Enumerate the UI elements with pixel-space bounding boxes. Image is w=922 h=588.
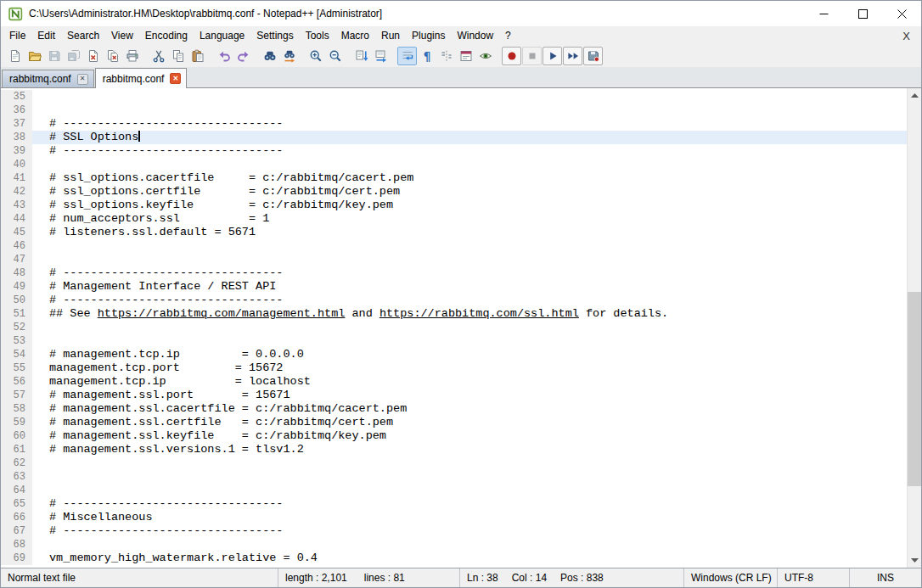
url-link[interactable]: https://rabbitmq.com/management.html: [98, 307, 346, 320]
editor-line[interactable]: 65# --------------------------------: [1, 497, 907, 511]
close-all-button[interactable]: [103, 47, 122, 65]
menu-item-window[interactable]: Window: [451, 27, 499, 44]
status-section-position[interactable]: Ln : 38 Col : 14 Pos : 838: [460, 568, 684, 587]
editor-line[interactable]: 60# management.ssl.keyfile = c:/rabbitmq…: [1, 429, 907, 443]
save-icon: [48, 49, 61, 63]
editor-line[interactable]: 55management.tcp.port = 15672: [1, 361, 907, 375]
editor-line[interactable]: 64: [1, 484, 907, 497]
minimize-button[interactable]: [804, 1, 843, 26]
line-text: # --------------------------------: [32, 144, 907, 158]
cut-button[interactable]: [149, 47, 168, 65]
menu-item-tools[interactable]: Tools: [300, 27, 335, 44]
status-doc-type: Normal text file: [8, 572, 76, 584]
scroll-up-button[interactable]: [908, 88, 921, 103]
sync-horizontal-button[interactable]: [371, 47, 391, 65]
close-file-button[interactable]: [83, 47, 103, 65]
editor-line[interactable]: 49# Management Interface / REST API: [1, 280, 907, 294]
editor-line[interactable]: 44# num_acceptors.ssl = 1: [1, 212, 907, 226]
print-button[interactable]: [122, 47, 142, 65]
close-button[interactable]: [882, 1, 921, 26]
status-section-encoding[interactable]: UTF-8: [778, 568, 850, 587]
menu-item-macro[interactable]: Macro: [335, 27, 375, 44]
editor-line[interactable]: 63: [1, 470, 907, 484]
editor-line[interactable]: 58# management.ssl.cacertfile = c:/rabbi…: [1, 402, 907, 416]
macro-save-button[interactable]: [583, 47, 603, 65]
editor-line[interactable]: 39# --------------------------------: [1, 144, 907, 158]
editor-line[interactable]: 48# --------------------------------: [1, 266, 907, 280]
url-link[interactable]: https://rabbitmq.com/ssl.html: [379, 307, 579, 320]
editor[interactable]: 353637# --------------------------------…: [1, 88, 921, 568]
notepad-plus-plus-icon: [8, 7, 23, 21]
monitoring-button[interactable]: [475, 47, 495, 65]
menu-item-edit[interactable]: Edit: [31, 27, 61, 44]
menu-item-help[interactable]: ?: [499, 27, 517, 44]
tab-2-rabbitmq-conf[interactable]: rabbitmq.conf✕: [95, 68, 188, 88]
editor-line[interactable]: 57# management.ssl.port = 15671: [1, 389, 907, 402]
editor-line[interactable]: 67# --------------------------------: [1, 524, 907, 538]
editor-line[interactable]: 45# listeners.ssl.default = 5671: [1, 226, 907, 239]
scrollbar-thumb[interactable]: [908, 292, 921, 486]
editor-content[interactable]: 353637# --------------------------------…: [1, 88, 907, 568]
replace-button[interactable]: [279, 47, 299, 65]
editor-line[interactable]: 51## See https://rabbitmq.com/management…: [1, 307, 907, 321]
editor-line[interactable]: 35: [1, 90, 907, 104]
maximize-button[interactable]: [843, 1, 882, 26]
menu-item-plugins[interactable]: Plugins: [406, 27, 451, 44]
show-all-characters-button[interactable]: ¶: [417, 47, 436, 65]
menu-item-file[interactable]: File: [3, 27, 31, 44]
sync-vertical-icon: [355, 49, 368, 63]
zoom-in-button[interactable]: [306, 47, 325, 65]
editor-line[interactable]: 43# ssl_options.keyfile = c:/rabbitmq/ke…: [1, 199, 907, 212]
editor-line[interactable]: 68: [1, 538, 907, 552]
line-number: 64: [1, 484, 32, 497]
editor-line[interactable]: 41# ssl_options.cacertfile = c:/rabbitmq…: [1, 171, 907, 185]
new-file-button[interactable]: [5, 47, 25, 65]
undo-button[interactable]: [214, 47, 233, 65]
copy-button[interactable]: [168, 47, 188, 65]
editor-line[interactable]: 37# --------------------------------: [1, 117, 907, 131]
menu-item-view[interactable]: View: [105, 27, 139, 44]
tab-close-icon[interactable]: ✕: [77, 74, 88, 85]
tab-close-icon[interactable]: ✕: [170, 73, 181, 84]
editor-line[interactable]: 56management.tcp.ip = localhost: [1, 375, 907, 389]
menu-item-language[interactable]: Language: [194, 27, 250, 44]
editor-line[interactable]: 36: [1, 104, 907, 117]
editor-line[interactable]: 42# ssl_options.certfile = c:/rabbitmq/c…: [1, 185, 907, 199]
sync-vertical-button[interactable]: [351, 47, 371, 65]
editor-line[interactable]: 61# management.ssl.versions.1 = tlsv1.2: [1, 443, 907, 456]
menu-item-settings[interactable]: Settings: [250, 27, 299, 44]
editor-line[interactable]: 53: [1, 334, 907, 348]
editor-line[interactable]: 47: [1, 253, 907, 266]
vertical-scrollbar[interactable]: [907, 88, 921, 568]
editor-line[interactable]: 66# Miscellaneous: [1, 511, 907, 524]
editor-line[interactable]: 59# management.ssl.certfile = c:/rabbitm…: [1, 416, 907, 429]
status-bar: Normal text file length : 2,101 lines : …: [1, 568, 921, 587]
editor-line[interactable]: 38# SSL Options: [1, 131, 907, 144]
scroll-down-button[interactable]: [908, 553, 921, 568]
menu-item-encoding[interactable]: Encoding: [139, 27, 194, 44]
editor-line[interactable]: 50# --------------------------------: [1, 294, 907, 307]
macro-record-button[interactable]: [502, 47, 521, 65]
macro-play-button[interactable]: [543, 47, 562, 65]
paste-button[interactable]: [188, 47, 207, 65]
editor-line[interactable]: 52: [1, 321, 907, 334]
menu-item-search[interactable]: Search: [61, 27, 105, 44]
editor-line[interactable]: 62: [1, 456, 907, 470]
macro-run-multiple-button[interactable]: [563, 47, 582, 65]
status-section-eol[interactable]: Windows (CR LF): [684, 568, 778, 587]
user-defined-dialog-button[interactable]: [456, 47, 475, 65]
close-document-button[interactable]: X: [891, 30, 921, 42]
editor-line[interactable]: 54# management.tcp.ip = 0.0.0.0: [1, 348, 907, 361]
tab-1-rabbitmq-conf[interactable]: rabbitmq.conf✕: [2, 70, 94, 87]
zoom-out-button[interactable]: [325, 47, 345, 65]
editor-line[interactable]: 69vm_memory_high_watermark.relative = 0.…: [1, 552, 907, 565]
redo-button[interactable]: [233, 47, 253, 65]
editor-line[interactable]: 46: [1, 239, 907, 253]
open-file-button[interactable]: [25, 47, 44, 65]
find-button[interactable]: [260, 47, 279, 65]
editor-line[interactable]: 40: [1, 158, 907, 171]
status-section-typing-mode[interactable]: INS: [850, 568, 921, 587]
menu-item-run[interactable]: Run: [375, 27, 406, 44]
word-wrap-button[interactable]: [397, 47, 417, 65]
indent-guide-button[interactable]: [436, 47, 456, 65]
